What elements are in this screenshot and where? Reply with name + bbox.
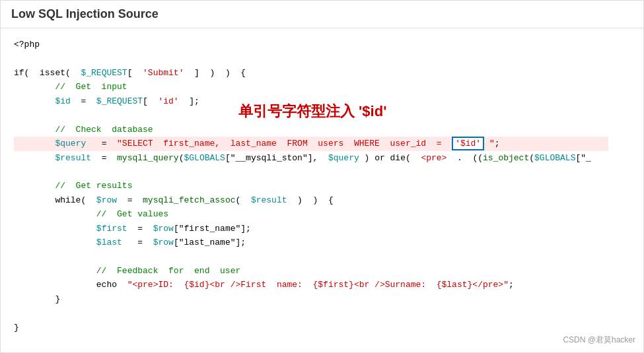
code-line: // Get results [14,179,630,193]
code-line: if( isset( $_REQUEST[ 'Submit' ] ) ) { [14,66,630,80]
code-line: mysqli_close($GLOBALS["__mysqli_ston"]); [14,349,630,352]
code-line [14,306,630,320]
code-area: 单引号字符型注入 '$id' <?php if( isset( $_REQUES… [1,28,643,352]
code-line: // Get values [14,207,630,221]
code-line: } [14,321,630,335]
code-line: while( $row = mysqli_fetch_assoc( $resul… [14,193,630,207]
code-line: <?php [14,38,630,51]
code-line: $first = $row["first_name"]; [14,222,630,236]
code-line: echo "<pre>ID: {$id}<br />First name: {$… [14,278,630,292]
annotation-label: 单引号字符型注入 '$id' [238,100,386,123]
code-line [14,165,630,179]
code-line: $last = $row["last_name"]; [14,236,630,249]
code-line [14,51,630,65]
code-line: } [14,292,630,306]
code-line [14,335,630,348]
page-container: Low SQL Injection Source 单引号字符型注入 '$id' … [0,0,644,353]
code-line: // Feedback for end user [14,264,630,278]
page-title: Low SQL Injection Source [1,1,643,28]
code-line [14,250,630,264]
code-line: $result = mysqli_query($GLOBALS["__mysql… [14,151,630,165]
code-line: // Get input [14,80,630,94]
watermark-label: CSDN @君莫hacker [563,334,635,347]
code-line: // Check database [14,123,630,137]
query-line: $query = "SELECT first_name, last_name F… [14,137,608,150]
